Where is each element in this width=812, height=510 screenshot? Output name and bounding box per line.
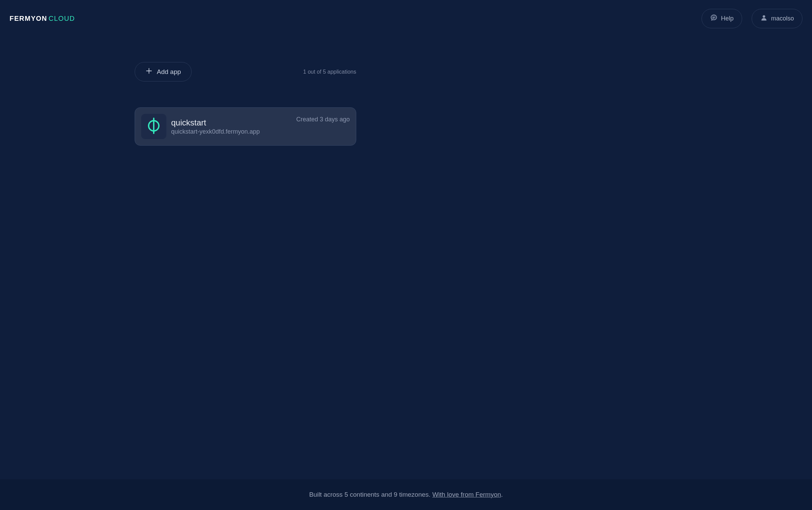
header-actions: Help macolso	[702, 9, 802, 28]
user-label: macolso	[771, 15, 794, 22]
main: Add app 1 out of 5 applications quicksta…	[0, 37, 812, 479]
help-button[interactable]: Help	[702, 9, 742, 28]
toolbar: Add app 1 out of 5 applications	[135, 62, 356, 81]
add-app-label: Add app	[157, 68, 181, 76]
logo-fermyon: FERMYON	[10, 15, 47, 22]
app-icon-container	[141, 114, 166, 139]
container: Add app 1 out of 5 applications quicksta…	[135, 37, 356, 146]
add-app-button[interactable]: Add app	[135, 62, 192, 81]
header: FERMYON CLOUD Help macolso	[0, 0, 812, 37]
app-domain: quickstart-yexk0dfd.fermyon.app	[171, 128, 291, 135]
footer-text-1: Built across 5 continents and 9 timezone…	[309, 491, 432, 498]
plus-icon	[145, 67, 153, 76]
chat-icon	[710, 14, 718, 23]
app-phi-icon	[147, 118, 161, 135]
app-card[interactable]: quickstart quickstart-yexk0dfd.fermyon.a…	[135, 107, 356, 146]
app-info: quickstart quickstart-yexk0dfd.fermyon.a…	[171, 118, 291, 135]
svg-point-0	[763, 15, 765, 17]
footer: Built across 5 continents and 9 timezone…	[0, 479, 812, 510]
footer-text-2: .	[501, 491, 503, 498]
app-created: Created 3 days ago	[296, 114, 350, 123]
app-name: quickstart	[171, 118, 291, 127]
user-icon	[760, 14, 768, 23]
logo-cloud: CLOUD	[49, 15, 75, 22]
help-label: Help	[721, 15, 734, 22]
footer-link[interactable]: With love from Fermyon	[432, 491, 501, 498]
app-count: 1 out of 5 applications	[303, 69, 356, 75]
logo[interactable]: FERMYON CLOUD	[10, 15, 75, 22]
user-button[interactable]: macolso	[752, 9, 802, 28]
